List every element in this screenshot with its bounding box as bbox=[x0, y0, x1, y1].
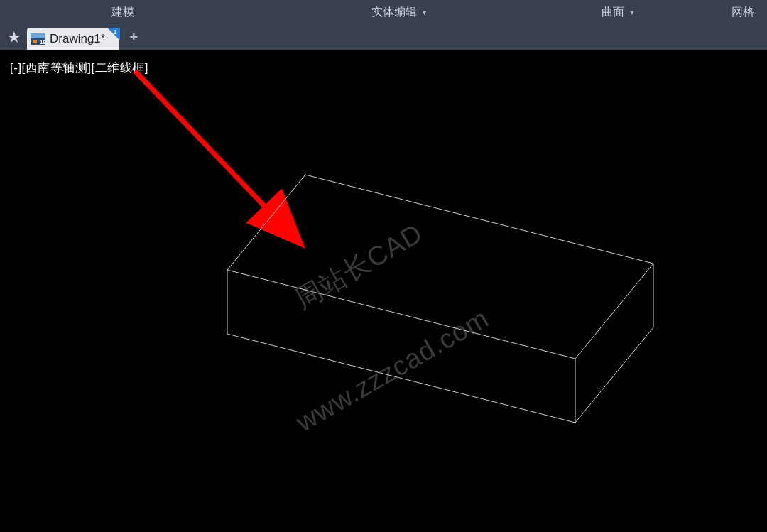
ribbon-spacer bbox=[0, 0, 99, 25]
ribbon-bar: 建模 实体编辑 ▼ 曲面 ▼ 网格 bbox=[0, 0, 767, 25]
tab-badge-icon: 1 bbox=[107, 28, 120, 43]
ribbon-solid-edit-label: 实体编辑 bbox=[371, 5, 417, 20]
ribbon-modeling-button[interactable]: 建模 bbox=[99, 0, 147, 25]
ribbon-mesh-button[interactable]: 网格 bbox=[719, 0, 767, 25]
tab-badge-number: 1 bbox=[114, 28, 117, 36]
annotation-arrow bbox=[135, 71, 298, 241]
new-tab-button[interactable]: + bbox=[129, 29, 138, 45]
file-tab-drawing1[interactable]: 18 Drawing1* 1 bbox=[27, 28, 119, 50]
svg-text:18: 18 bbox=[40, 39, 45, 45]
ribbon-gap bbox=[648, 0, 719, 25]
chevron-down-icon: ▼ bbox=[421, 9, 428, 16]
star-icon[interactable]: ★ bbox=[7, 28, 21, 47]
file-tab-label: Drawing1* bbox=[50, 32, 115, 46]
file-tab-bar: ★ 18 Drawing1* 1 + bbox=[0, 25, 767, 50]
ribbon-surface-label: 曲面 bbox=[602, 5, 624, 20]
ribbon-modeling-label: 建模 bbox=[111, 5, 134, 20]
wireframe-svg bbox=[0, 50, 767, 532]
ribbon-mesh-label: 网格 bbox=[731, 5, 754, 20]
ribbon-gap bbox=[147, 0, 359, 25]
drawing-canvas[interactable]: [-][西南等轴测][二维线框] 周站长CAD www.zzzcad.com bbox=[0, 50, 767, 532]
svg-rect-2 bbox=[33, 40, 37, 43]
svg-line-10 bbox=[227, 334, 575, 423]
solid-box-wireframe bbox=[227, 175, 653, 423]
svg-marker-6 bbox=[227, 175, 653, 359]
ribbon-gap bbox=[441, 0, 589, 25]
ribbon-surface-button[interactable]: 曲面 ▼ bbox=[589, 0, 648, 25]
svg-rect-1 bbox=[31, 33, 45, 38]
ribbon-solid-edit-button[interactable]: 实体编辑 ▼ bbox=[359, 0, 441, 25]
file-icon: 18 bbox=[30, 31, 45, 47]
svg-line-11 bbox=[575, 327, 653, 423]
chevron-down-icon: ▼ bbox=[629, 9, 636, 16]
